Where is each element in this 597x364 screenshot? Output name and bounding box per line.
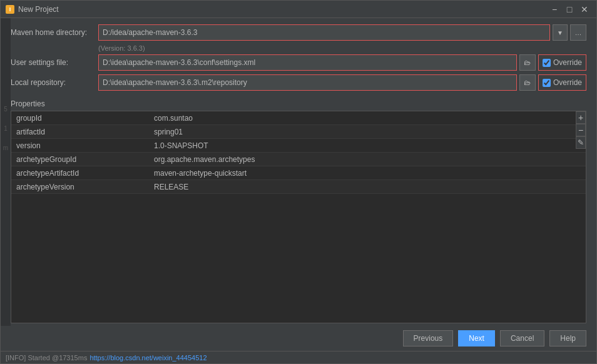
- prop-value: org.apache.maven.archetypes: [149, 155, 586, 164]
- properties-section: Properties groupId com.suntao artifactId…: [11, 99, 586, 323]
- help-button[interactable]: Help: [549, 330, 586, 346]
- table-row[interactable]: archetypeArtifactId maven-archetype-quic…: [11, 166, 586, 180]
- table-row[interactable]: archetypeVersion RELEASE: [11, 180, 586, 194]
- maven-home-row: Maven home directory: ▼ …: [11, 24, 586, 41]
- status-link[interactable]: https://blog.csdn.net/weixin_44454512: [89, 354, 207, 361]
- main-body: Maven home directory: ▼ … (Version: 3.6.…: [1, 18, 596, 326]
- main-content-wrapper: 5 1 m Maven home directory: ▼ … (Vers: [1, 18, 596, 326]
- window-title: New Project: [18, 5, 548, 14]
- local-repo-override-group: Override: [538, 74, 586, 91]
- table-row[interactable]: archetypeGroupId org.apache.maven.archet…: [11, 153, 586, 166]
- footer: Previous Next Cancel Help: [1, 326, 596, 351]
- table-row[interactable]: version 1.0-SNAPSHOT: [11, 139, 586, 153]
- user-settings-input[interactable]: [98, 54, 517, 71]
- prop-key: version: [11, 141, 149, 150]
- prop-rows-container: groupId com.suntao artifactId spring01 v…: [11, 111, 586, 194]
- user-settings-override-checkbox[interactable]: [543, 59, 551, 67]
- window-controls: − □ ✕: [548, 3, 591, 16]
- prop-key: archetypeArtifactId: [11, 169, 149, 178]
- prop-value: RELEASE: [149, 183, 586, 191]
- minimize-icon: −: [552, 4, 557, 14]
- version-hint: (Version: 3.6.3): [98, 44, 586, 52]
- remove-property-button[interactable]: −: [576, 124, 586, 136]
- browse-icon: …: [575, 29, 582, 36]
- prop-key: archetypeVersion: [11, 183, 149, 191]
- maven-home-dropdown-button[interactable]: ▼: [553, 24, 568, 41]
- prop-value: maven-archetype-quickstart: [149, 169, 586, 178]
- prop-key: groupId: [11, 114, 149, 123]
- maven-home-label: Maven home directory:: [11, 28, 98, 37]
- sidebar-numbers: 5 1 m: [1, 18, 11, 326]
- user-settings-override-group: Override: [538, 54, 586, 71]
- table-row[interactable]: artifactId spring01: [11, 125, 586, 139]
- user-settings-label: User settings file:: [11, 58, 98, 67]
- app-icon: I: [6, 5, 14, 14]
- local-repo-override-checkbox[interactable]: [543, 79, 551, 87]
- status-bar: [INFO] Started @17315ms https://blog.csd…: [1, 351, 596, 363]
- prop-value: com.suntao: [149, 114, 586, 123]
- user-settings-input-group: 🗁 Override: [98, 54, 586, 71]
- local-repo-row: Local repository: 🗁 Override: [11, 74, 586, 91]
- next-button[interactable]: Next: [458, 330, 495, 346]
- local-repo-override-label: Override: [553, 78, 582, 87]
- close-icon: ✕: [581, 4, 588, 14]
- maven-home-input-group: ▼ …: [98, 24, 586, 41]
- user-settings-override-label: Override: [553, 58, 582, 67]
- maven-home-input[interactable]: [98, 24, 550, 41]
- prop-key: archetypeGroupId: [11, 155, 149, 164]
- properties-title: Properties: [11, 99, 586, 108]
- previous-button[interactable]: Previous: [403, 330, 454, 346]
- prop-value: 1.0-SNAPSHOT: [149, 141, 586, 150]
- table-row[interactable]: groupId com.suntao: [11, 111, 586, 125]
- maven-home-browse-button[interactable]: …: [570, 24, 586, 41]
- folder-icon: 🗁: [524, 59, 531, 66]
- close-button[interactable]: ✕: [578, 3, 591, 16]
- new-project-window: I New Project − □ ✕ 5 1 m Maven home dir…: [0, 0, 597, 364]
- local-repo-browse-button[interactable]: 🗁: [519, 74, 536, 91]
- folder-icon: 🗁: [524, 79, 531, 86]
- local-repo-label: Local repository:: [11, 78, 98, 87]
- user-settings-row: User settings file: 🗁 Override: [11, 54, 586, 71]
- local-repo-input[interactable]: [98, 74, 517, 91]
- add-property-button[interactable]: +: [576, 111, 586, 124]
- properties-table: groupId com.suntao artifactId spring01 v…: [11, 111, 586, 323]
- prop-actions: + − ✎: [576, 111, 586, 323]
- cancel-button[interactable]: Cancel: [500, 330, 544, 346]
- title-bar: I New Project − □ ✕: [1, 1, 596, 18]
- maximize-button[interactable]: □: [563, 3, 576, 16]
- status-text: [INFO] Started @17315ms: [6, 354, 87, 361]
- chevron-down-icon: ▼: [557, 29, 563, 36]
- maximize-icon: □: [567, 4, 572, 14]
- user-settings-browse-button[interactable]: 🗁: [519, 54, 536, 71]
- minimize-button[interactable]: −: [548, 3, 561, 16]
- edit-property-button[interactable]: ✎: [576, 136, 586, 149]
- local-repo-input-group: 🗁 Override: [98, 74, 586, 91]
- prop-key: artifactId: [11, 128, 149, 136]
- prop-value: spring01: [149, 128, 586, 136]
